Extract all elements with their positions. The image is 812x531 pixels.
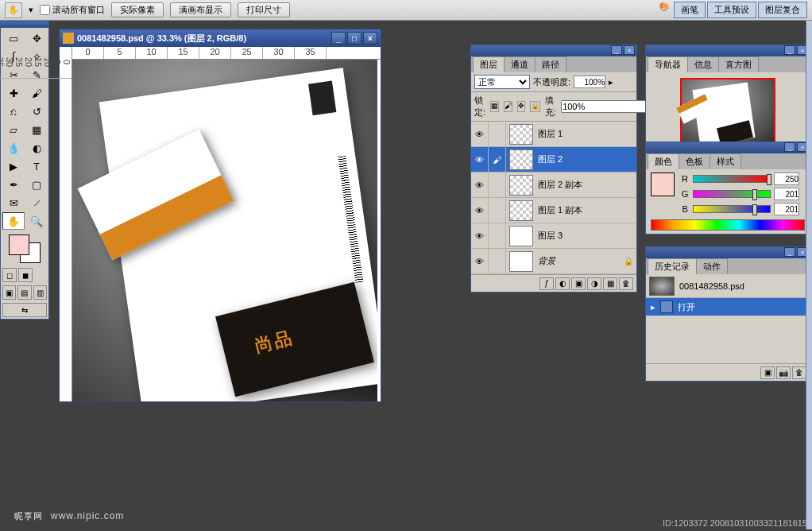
new-snapshot-button[interactable]: 📷	[776, 366, 791, 379]
layer-name[interactable]: 背景	[536, 255, 624, 267]
visibility-toggle-icon[interactable]	[471, 122, 489, 146]
color-preview-swatch[interactable]	[651, 172, 675, 196]
lock-image-icon[interactable]: 🖌	[504, 101, 512, 112]
link-toggle[interactable]	[489, 249, 506, 273]
document-titlebar[interactable]: 0081482958.psd @ 33.3% (图层 2, RGB/8) _ □…	[60, 29, 381, 47]
actions-tab[interactable]: 动作	[696, 258, 728, 274]
link-toggle[interactable]: 🖌	[489, 147, 506, 172]
brush-tool-icon[interactable]: 🖌	[25, 84, 48, 102]
horizontal-ruler[interactable]: 05101520253035	[72, 47, 381, 60]
hue-ramp[interactable]	[651, 219, 805, 231]
type-tool-icon[interactable]: T	[25, 157, 48, 175]
new-layer-button[interactable]: ▦	[603, 277, 617, 290]
scroll-all-windows-checkbox[interactable]: 滚动所有窗口	[40, 4, 105, 16]
layer-thumbnail[interactable]	[509, 200, 533, 221]
actual-pixels-button[interactable]: 实际像素	[111, 2, 164, 17]
link-toggle[interactable]	[489, 122, 506, 146]
g-slider[interactable]	[693, 190, 771, 198]
g-input[interactable]	[774, 188, 799, 200]
pen-tool-icon[interactable]: ✒	[2, 176, 25, 193]
lock-all-icon[interactable]: 🔒	[530, 101, 540, 112]
layer-thumbnail[interactable]	[509, 251, 533, 272]
screen-mode-1-icon[interactable]: ▣	[2, 285, 16, 300]
toolbox-handle[interactable]	[1, 21, 48, 28]
b-slider[interactable]	[693, 205, 771, 213]
adjustment-layer-button[interactable]: ◑	[587, 277, 601, 290]
swatches-tab[interactable]: 色板	[679, 153, 710, 169]
visibility-toggle-icon[interactable]	[471, 249, 489, 273]
channels-tab[interactable]: 通道	[504, 56, 536, 72]
vertical-ruler[interactable]: 051015202530354045	[60, 47, 72, 401]
layer-name[interactable]: 图层 2	[536, 153, 636, 165]
layer-thumbnail[interactable]	[509, 175, 533, 196]
layer-row[interactable]: 图层 1	[471, 122, 636, 147]
link-toggle[interactable]	[489, 172, 506, 197]
panel-minimize-button[interactable]: _	[784, 247, 795, 257]
screen-mode-2-icon[interactable]: ▤	[17, 285, 31, 300]
visibility-toggle-icon[interactable]	[471, 198, 489, 223]
delete-state-button[interactable]: 🗑	[792, 366, 806, 379]
hand-tool-icon[interactable]: ✋	[2, 212, 25, 230]
layer-row[interactable]: 图层 2 副本	[471, 172, 636, 198]
history-snapshot-row[interactable]: 0081482958.psd	[646, 274, 810, 298]
lock-transparency-icon[interactable]: ▦	[490, 101, 499, 112]
screen-mode-3-icon[interactable]: ▥	[33, 285, 47, 300]
notes-tool-icon[interactable]: ✉	[2, 194, 25, 211]
panel-minimize-button[interactable]: _	[784, 45, 795, 55]
opacity-arrow-icon[interactable]: ▸	[609, 77, 613, 87]
histogram-tab[interactable]: 直方图	[718, 56, 759, 72]
layer-row[interactable]: 图层 3	[471, 223, 636, 249]
r-input[interactable]	[774, 172, 799, 185]
layer-mask-button[interactable]: ◐	[555, 277, 570, 290]
panel-minimize-button[interactable]: _	[784, 142, 795, 152]
canvas[interactable]: 尚品	[72, 60, 377, 401]
layer-style-button[interactable]: ƒ	[539, 277, 554, 290]
zoom-tool-icon[interactable]: 🔍	[25, 212, 48, 230]
delete-layer-button[interactable]: 🗑	[619, 277, 633, 290]
visibility-toggle-icon[interactable]	[471, 172, 489, 197]
r-slider[interactable]	[693, 175, 771, 183]
lock-position-icon[interactable]: ✥	[517, 101, 525, 112]
layer-comps-tab[interactable]: 图层复合	[758, 2, 807, 18]
tool-presets-tab[interactable]: 工具预设	[707, 2, 756, 18]
hand-tool-icon[interactable]: ✋	[5, 2, 22, 18]
new-doc-from-state-button[interactable]: ▣	[760, 366, 775, 379]
history-step-row[interactable]: ▸ 打开	[646, 298, 810, 316]
eraser-tool-icon[interactable]: ▱	[2, 121, 25, 138]
move-tool-icon[interactable]: ✥	[25, 29, 48, 47]
standard-mode-icon[interactable]: ◻	[2, 268, 17, 282]
right-dock-collapse-bar[interactable]	[806, 21, 812, 529]
gradient-tool-icon[interactable]: ▦	[25, 121, 48, 138]
history-brush-tool-icon[interactable]: ↺	[25, 103, 48, 120]
eyedropper-tool-icon[interactable]: ⟋	[25, 194, 48, 211]
layer-thumbnail[interactable]	[509, 226, 533, 246]
brushes-tab[interactable]: 画笔	[674, 2, 706, 18]
close-button[interactable]: ×	[363, 32, 377, 45]
layer-set-button[interactable]: ▣	[571, 277, 586, 290]
fit-screen-button[interactable]: 满画布显示	[170, 2, 231, 17]
color-tab[interactable]: 颜色	[648, 153, 679, 169]
path-select-tool-icon[interactable]: ▶	[2, 157, 25, 175]
layer-row[interactable]: 🖌 图层 2	[471, 147, 636, 172]
blend-mode-select[interactable]: 正常	[474, 75, 530, 89]
visibility-toggle-icon[interactable]	[471, 147, 489, 172]
print-size-button[interactable]: 打印尺寸	[238, 2, 290, 17]
styles-tab[interactable]: 样式	[710, 153, 741, 169]
layer-name[interactable]: 图层 3	[536, 230, 636, 242]
layers-tab[interactable]: 图层	[473, 56, 505, 72]
history-tab[interactable]: 历史记录	[648, 258, 697, 274]
opacity-input[interactable]	[574, 76, 605, 88]
layer-name[interactable]: 图层 2 副本	[536, 179, 636, 191]
layer-thumbnail[interactable]	[509, 149, 533, 170]
b-input[interactable]	[774, 203, 799, 215]
marquee-tool-icon[interactable]: ▭	[2, 29, 25, 47]
panel-close-button[interactable]: ×	[624, 45, 635, 55]
blur-tool-icon[interactable]: 💧	[2, 139, 25, 157]
quickmask-mode-icon[interactable]: ◼	[18, 268, 33, 282]
healing-brush-tool-icon[interactable]: ✚	[2, 84, 25, 102]
minimize-button[interactable]: _	[331, 32, 346, 45]
layer-row[interactable]: 背景 🔒	[471, 249, 636, 274]
layer-name[interactable]: 图层 1	[536, 128, 636, 140]
paths-tab[interactable]: 路径	[535, 56, 566, 72]
navigator-tab[interactable]: 导航器	[648, 56, 688, 72]
